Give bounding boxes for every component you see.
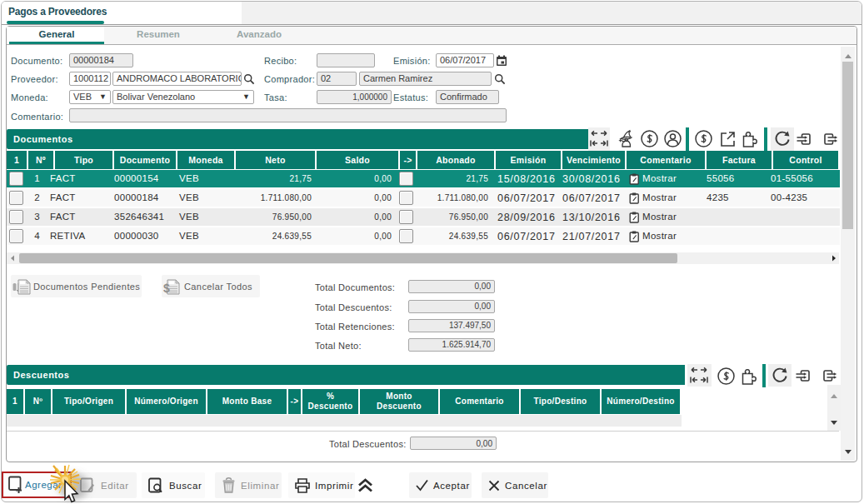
svg-text:$: $ xyxy=(163,282,170,295)
